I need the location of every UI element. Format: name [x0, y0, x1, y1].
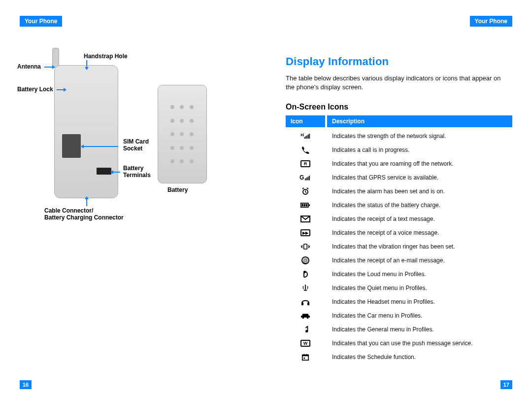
icon-table-row: Indicates the Schedule function.	[286, 350, 512, 364]
icon-table-row: Indicates the alarm has been set and is …	[286, 184, 512, 198]
page-number-left: 16	[20, 380, 32, 389]
svg-rect-0	[304, 137, 305, 139]
label-sim-l2: Socket	[123, 145, 142, 152]
battery-description: Indicates the status of the battery char…	[325, 202, 512, 209]
schedule-description: Indicates the Schedule function.	[325, 354, 512, 361]
svg-rect-16	[304, 244, 307, 249]
svg-rect-8	[309, 176, 310, 181]
battery-cover-shape	[158, 85, 207, 183]
vmail-icon: ▶▶	[286, 229, 325, 236]
page-right: Your Phone Display Information The table…	[266, 0, 532, 399]
icon-table-row: Indicates the strength of the network si…	[286, 129, 512, 143]
icon-table-body: Indicates the strength of the network si…	[286, 129, 512, 364]
quiet-description: Indicates the Quiet menu in Profiles.	[325, 285, 512, 291]
phone-antenna-shape	[52, 48, 59, 68]
battery-terminals-shape	[97, 168, 111, 175]
svg-rect-6	[306, 178, 307, 180]
signal-icon	[286, 132, 325, 140]
signal-description: Indicates the strength of the network si…	[325, 133, 512, 140]
svg-point-21	[302, 317, 304, 319]
arrow-handstrap	[86, 60, 87, 67]
label-battery-lock: Battery Lock	[17, 86, 53, 93]
svg-rect-12	[302, 204, 303, 207]
sms-icon	[286, 215, 325, 223]
icon-table-row: RIndicates that you are roaming off the …	[286, 157, 512, 171]
label-cable-l2: Battery Charging Connector	[44, 214, 124, 221]
svg-rect-4	[309, 134, 310, 139]
section-title: Display Information	[286, 55, 512, 68]
arrow-cable	[86, 199, 87, 206]
gprs-description: Indicates that GPRS service is available…	[325, 174, 512, 181]
section-intro: The table below describes various displa…	[286, 74, 502, 92]
page-spread: Your Phone Antenna Handstrap Hole Batter…	[0, 0, 532, 399]
svg-rect-20	[301, 316, 310, 318]
phone-body-shape	[54, 65, 118, 198]
page-left: Your Phone Antenna Handstrap Hole Batter…	[0, 0, 266, 399]
icon-table-row: @Indicates the receipt of an e-mail mess…	[286, 254, 512, 267]
label-handstrap-hole: Handstrap Hole	[84, 53, 128, 60]
svg-rect-2	[307, 136, 308, 139]
arrow-battery-lock	[57, 89, 64, 90]
roaming-description: Indicates that you are roaming off the n…	[325, 160, 512, 167]
svg-rect-3	[308, 135, 309, 139]
icon-table-row: Indicates a call is in progress.	[286, 143, 512, 157]
svg-rect-5	[305, 179, 306, 181]
phone-diagram: Antenna Handstrap Hole Battery Lock SIM …	[20, 50, 246, 228]
page-number-right: 17	[500, 380, 512, 389]
icon-table-row: ▶▶Indicates the receipt of a voice messa…	[286, 226, 512, 240]
svg-rect-25	[302, 355, 308, 357]
sms-description: Indicates the receipt of a text message.	[325, 216, 512, 222]
svg-point-17	[304, 271, 306, 273]
arrow-sim	[84, 146, 118, 147]
col-header-description: Description	[327, 115, 512, 127]
icon-table-row: Indicates the receipt of a text message.	[286, 212, 512, 226]
call-icon	[286, 146, 325, 154]
icon-table-header: Icon Description	[286, 115, 512, 127]
icon-table-row: Indicates the Loud menu in Profiles.	[286, 267, 512, 281]
svg-rect-18	[301, 302, 303, 305]
svg-rect-19	[307, 302, 309, 305]
label-batt-term-l2: Terminals	[123, 172, 151, 179]
icon-table-row: Indicates the status of the battery char…	[286, 198, 512, 212]
email-description: Indicates the receipt of an e-mail messa…	[325, 257, 512, 264]
general-description: Indicates the General menu in Profiles.	[325, 326, 512, 333]
svg-rect-13	[304, 204, 305, 207]
icon-table-row: GIndicates that GPRS service is availabl…	[286, 171, 512, 184]
vmail-description: Indicates the receipt of a voice message…	[325, 229, 512, 236]
battery-icon	[286, 201, 325, 209]
vibrate-icon	[286, 243, 325, 251]
icon-table-row: Indicates the Quiet menu in Profiles.	[286, 281, 512, 295]
gprs-icon: G	[286, 173, 325, 182]
label-batt-term-l1: Battery	[123, 165, 143, 172]
icon-table-row: Indicates the General menu in Profiles.	[286, 323, 512, 336]
col-header-icon: Icon	[286, 115, 325, 127]
car-icon	[286, 312, 325, 320]
svg-point-22	[307, 317, 309, 319]
icon-table-row: WIndicates that you can use the push mes…	[286, 336, 512, 350]
vibrate-description: Indicates that the vibration ringer has …	[325, 243, 512, 250]
email-icon: @	[286, 256, 325, 264]
label-sim-l1: SIM Card	[123, 138, 149, 145]
icon-table-row: Indicates the Car menu in Profiles.	[286, 309, 512, 323]
schedule-icon	[286, 353, 325, 361]
general-icon	[286, 326, 325, 333]
svg-rect-7	[308, 177, 309, 181]
sim-slot-shape	[62, 134, 81, 158]
headset-description: Indicates the Headset menu in Profiles.	[325, 298, 512, 305]
icon-table-row: Indicates the Headset menu in Profiles.	[286, 295, 512, 309]
call-description: Indicates a call is in progress.	[325, 146, 512, 153]
label-antenna: Antenna	[17, 63, 41, 70]
svg-rect-14	[306, 204, 307, 207]
svg-rect-1	[305, 136, 306, 139]
alarm-icon	[286, 187, 325, 195]
svg-rect-26	[303, 358, 305, 359]
icon-table-row: Indicates that the vibration ringer has …	[286, 240, 512, 254]
loud-icon	[286, 270, 325, 278]
alarm-description: Indicates the alarm has been set and is …	[325, 188, 512, 195]
running-head-right: Your Phone	[470, 16, 512, 27]
arrow-antenna	[44, 67, 52, 68]
car-description: Indicates the Car menu in Profiles.	[325, 312, 512, 319]
label-cable-l1: Cable Connector/	[44, 207, 93, 214]
subsection-title: On-Screen Icons	[286, 103, 512, 111]
push-description: Indicates that you can use the push mess…	[325, 340, 512, 347]
